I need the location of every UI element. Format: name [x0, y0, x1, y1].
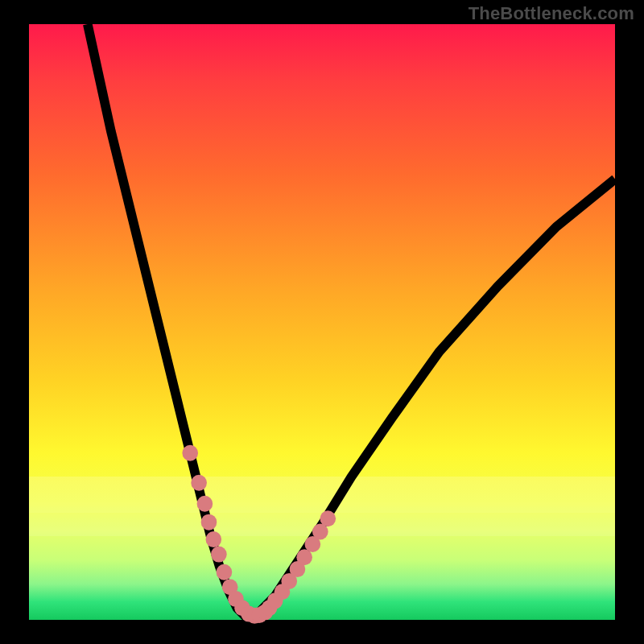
watermark-text: TheBottleneck.com	[469, 3, 634, 24]
bottleneck-curve	[88, 24, 615, 617]
datapoint	[205, 531, 221, 547]
chart-frame: TheBottleneck.com	[0, 0, 644, 644]
datapoint	[217, 564, 233, 580]
plot-area	[29, 24, 615, 620]
datapoint	[197, 496, 213, 512]
datapoint	[182, 445, 198, 461]
datapoint	[211, 547, 227, 563]
datapoint	[320, 510, 336, 526]
chart-svg	[29, 24, 615, 620]
datapoint	[191, 475, 207, 491]
datapoint	[201, 514, 217, 530]
